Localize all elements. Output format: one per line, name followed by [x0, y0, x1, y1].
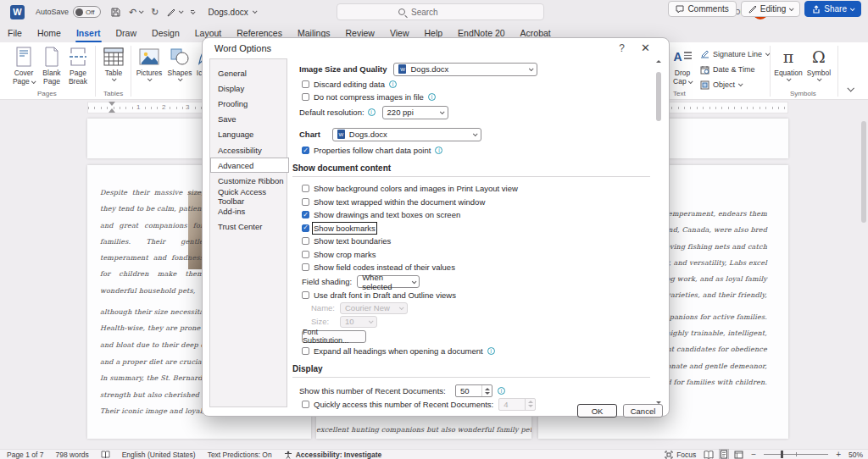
dialog-nav-item[interactable]: Advanced: [210, 158, 289, 173]
info-icon[interactable]: [389, 80, 397, 88]
checkbox[interactable]: [302, 291, 309, 299]
collapse-ribbon-chevron[interactable]: [847, 85, 854, 91]
customize-toolbar-icon[interactable]: [191, 10, 194, 14]
cover-page-label: Cover Page: [13, 69, 33, 86]
info-icon[interactable]: [428, 93, 436, 101]
equation-button[interactable]: π Equation: [773, 46, 804, 81]
font-substitution-button[interactable]: Font Substitution...: [302, 330, 366, 343]
dialog-nav-label: Advanced: [218, 161, 253, 170]
focus-button[interactable]: Focus: [665, 451, 696, 459]
ribbon-tab[interactable]: Home: [30, 24, 69, 42]
zoom-level[interactable]: 50%: [849, 451, 863, 459]
dialog-help-button[interactable]: ?: [619, 42, 625, 54]
checkbox[interactable]: [302, 224, 309, 232]
checkbox[interactable]: [302, 198, 309, 206]
checkbox[interactable]: [302, 93, 309, 101]
ribbon-tab[interactable]: Insert: [69, 24, 108, 42]
checkbox[interactable]: [302, 263, 309, 271]
checkbox[interactable]: [302, 147, 309, 154]
ribbon-tab[interactable]: Design: [144, 24, 187, 42]
dialog-nav-item[interactable]: Proofing: [210, 96, 287, 111]
dialog-nav-item[interactable]: Save: [210, 112, 287, 127]
pictures-button[interactable]: Pictures: [134, 46, 164, 81]
dialog-nav-item[interactable]: General: [210, 65, 287, 80]
ribbon-tab-label: Design: [152, 28, 180, 38]
dialog-nav-item[interactable]: Accessibility: [210, 142, 287, 158]
dialog-nav-item[interactable]: Display: [210, 80, 287, 96]
symbol-button[interactable]: Ω Symbol: [805, 46, 832, 81]
page-break-button[interactable]: Page Break: [64, 46, 92, 86]
info-icon[interactable]: [435, 147, 442, 154]
document-title[interactable]: Dogs.docx: [208, 8, 255, 17]
proofing-icon[interactable]: [101, 451, 110, 459]
blank-page-button[interactable]: Blank Page: [39, 46, 64, 86]
info-icon[interactable]: [368, 108, 376, 116]
web-layout-icon[interactable]: [734, 451, 743, 459]
checkbox[interactable]: [302, 80, 309, 88]
image-size-doc-dropdown[interactable]: Dogs.docx: [393, 63, 537, 76]
zoom-out-button[interactable]: −: [751, 450, 756, 459]
undo-icon[interactable]: ↶: [129, 7, 142, 18]
shapes-button[interactable]: Shapes: [166, 46, 193, 81]
signature-line-button[interactable]: Signature Line: [700, 47, 769, 61]
field-shading-dropdown[interactable]: When selected: [357, 275, 420, 288]
drop-cap-button[interactable]: A Drop Cap: [668, 46, 697, 86]
ribbon-tab[interactable]: Draw: [108, 24, 145, 42]
autosave-toggle[interactable]: Off: [73, 6, 101, 18]
draw-pen-icon[interactable]: [167, 8, 182, 17]
spinner-up-icon[interactable]: [485, 388, 490, 390]
text-group-label: Text: [673, 90, 686, 97]
ribbon-tab[interactable]: File: [0, 24, 30, 42]
save-icon[interactable]: [111, 8, 120, 17]
recent-documents-spinner[interactable]: 50: [455, 384, 492, 397]
language-indicator[interactable]: English (United States): [122, 451, 196, 459]
cover-page-button[interactable]: Cover Page: [10, 46, 37, 86]
pen-dropdown-chevron[interactable]: [179, 8, 184, 14]
comments-button[interactable]: Comments: [668, 1, 736, 17]
document-text-line: temperament and fondness: [100, 254, 203, 270]
dialog-nav-item[interactable]: Trust Center: [210, 219, 287, 235]
indent-markers[interactable]: [108, 102, 116, 114]
symbol-icon: Ω: [812, 47, 826, 66]
checkbox[interactable]: [302, 211, 309, 218]
word-count[interactable]: 798 words: [55, 451, 88, 459]
chart-doc-dropdown[interactable]: Dogs.docx: [332, 128, 481, 141]
editing-button[interactable]: Editing: [741, 1, 801, 17]
scroll-up-icon[interactable]: [656, 60, 661, 63]
dialog-scrollbar[interactable]: [654, 58, 665, 406]
document-scrollbar[interactable]: [861, 121, 866, 223]
info-icon[interactable]: [487, 347, 495, 355]
default-resolution-dropdown[interactable]: 220 ppi: [382, 106, 448, 119]
print-layout-icon[interactable]: [720, 450, 728, 459]
checkbox[interactable]: [302, 401, 309, 408]
checkbox[interactable]: [302, 251, 309, 258]
cancel-button[interactable]: Cancel: [623, 404, 663, 418]
checkbox[interactable]: [302, 237, 309, 245]
dialog-close-button[interactable]: ✕: [641, 41, 650, 54]
page-indicator[interactable]: Page 1 of 7: [7, 451, 43, 459]
object-button[interactable]: Object: [700, 78, 742, 91]
zoom-slider[interactable]: [764, 454, 828, 455]
checkbox[interactable]: [302, 185, 309, 192]
zoom-slider-knob[interactable]: [781, 451, 783, 458]
scrollbar-thumb[interactable]: [656, 72, 661, 121]
share-button[interactable]: Share: [804, 1, 861, 17]
word-doc-icon: [337, 130, 345, 139]
read-mode-icon[interactable]: [704, 451, 714, 459]
info-icon[interactable]: [498, 387, 505, 395]
ok-button[interactable]: OK: [577, 404, 617, 418]
accessibility-status[interactable]: Accessibility: Investigate: [296, 451, 382, 459]
search-input[interactable]: Search: [337, 3, 544, 20]
date-time-button[interactable]: Date & Time: [700, 63, 755, 76]
spinner-down-icon[interactable]: [485, 392, 490, 395]
zoom-in-button[interactable]: +: [836, 450, 841, 459]
word-logo-icon[interactable]: W: [10, 5, 25, 19]
undo-dropdown-chevron[interactable]: [139, 8, 144, 14]
redo-icon[interactable]: ↻: [151, 7, 159, 18]
checkbox[interactable]: [302, 347, 309, 355]
dialog-nav-item[interactable]: Language: [210, 127, 287, 142]
table-button[interactable]: Table: [98, 46, 129, 81]
dialog-nav-item[interactable]: Quick Access Toolbar: [210, 189, 287, 204]
text-predictions[interactable]: Text Predictions: On: [208, 451, 272, 459]
dialog-nav-item[interactable]: Add-ins: [210, 204, 287, 219]
